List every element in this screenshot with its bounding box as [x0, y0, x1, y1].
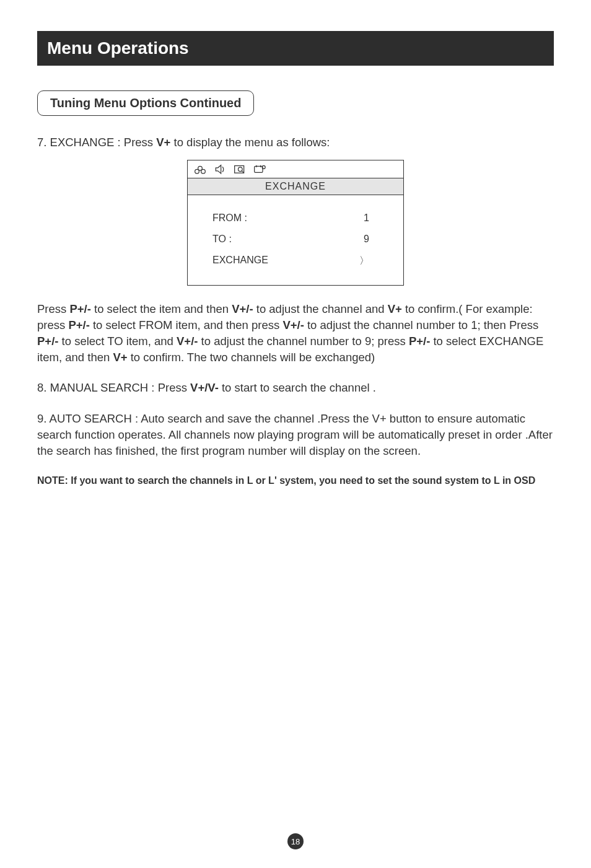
- key: V+: [113, 351, 127, 364]
- key: P+/-: [69, 302, 90, 315]
- subheader-box: Tuning Menu Options Continued: [37, 90, 254, 116]
- para-explain: Press P+/- to select the item and then V…: [37, 301, 554, 366]
- para-auto-search: 9. AUTO SEARCH : Auto search and save th…: [37, 411, 554, 459]
- search-icon: [234, 164, 246, 174]
- osd-row-to: TO : 9: [206, 229, 385, 250]
- svg-point-5: [238, 167, 242, 172]
- osd-row-exchange: EXCHANGE 〉: [206, 250, 385, 273]
- key: P+/-: [409, 335, 430, 348]
- key: V+: [388, 302, 402, 315]
- settings-icon: [253, 164, 266, 174]
- text: to adjust the channel number to 1; then …: [304, 318, 538, 331]
- text: to confirm. The two channels will be exc…: [128, 351, 375, 364]
- key: V+/-: [177, 335, 198, 348]
- page-number: 18: [287, 833, 304, 849]
- osd-title: EXCHANGE: [188, 178, 403, 195]
- text: to select TO item, and: [58, 335, 177, 348]
- key-vplus: V+: [156, 136, 170, 149]
- text: NOTE: If you want to search the channels…: [37, 475, 274, 486]
- svg-marker-3: [216, 165, 221, 173]
- osd-panel: EXCHANGE FROM : 1 TO : 9 EXCHANGE 〉: [187, 160, 404, 286]
- osd-body: FROM : 1 TO : 9 EXCHANGE 〉: [188, 195, 403, 285]
- speaker-icon: [214, 164, 226, 174]
- osd-label: EXCHANGE: [212, 255, 268, 268]
- text: system, you need to set the sound system…: [277, 475, 536, 486]
- key: V+/V-: [190, 381, 219, 394]
- text: to select the item and then: [91, 302, 232, 315]
- osd-row-from: FROM : 1: [206, 208, 385, 229]
- osd-value: 1: [364, 213, 369, 224]
- osd-value: 9: [364, 234, 369, 245]
- para-manual-search: 8. MANUAL SEARCH : Press V+/V- to start …: [37, 380, 554, 396]
- text: to adjust the channel and: [253, 302, 388, 315]
- osd-value: 〉: [359, 255, 369, 268]
- text: to adjust the channel number to 9; press: [198, 335, 408, 348]
- text: to display the menu as follows:: [170, 136, 330, 149]
- key: P+/-: [37, 335, 58, 348]
- picture-icon: [194, 164, 206, 174]
- osd-label: FROM :: [212, 213, 247, 224]
- text: 8. MANUAL SEARCH : Press: [37, 381, 190, 394]
- svg-point-2: [201, 169, 206, 173]
- text: to start to search the channel .: [219, 381, 376, 394]
- osd-label: TO :: [212, 234, 232, 245]
- para-exchange-intro: 7. EXCHANGE : Press V+ to display the me…: [37, 134, 554, 151]
- key: V+/-: [282, 318, 304, 331]
- text: to select FROM item, and then press: [90, 318, 283, 331]
- osd-icon-row: [188, 160, 403, 178]
- text: 7. EXCHANGE : Press: [37, 136, 156, 149]
- note-text: NOTE: If you want to search the channels…: [37, 474, 554, 488]
- key: V+/-: [232, 302, 253, 315]
- key: P+/-: [68, 318, 89, 331]
- svg-rect-7: [255, 166, 263, 172]
- header-title: Menu Operations: [37, 31, 554, 66]
- text: Press: [37, 302, 69, 315]
